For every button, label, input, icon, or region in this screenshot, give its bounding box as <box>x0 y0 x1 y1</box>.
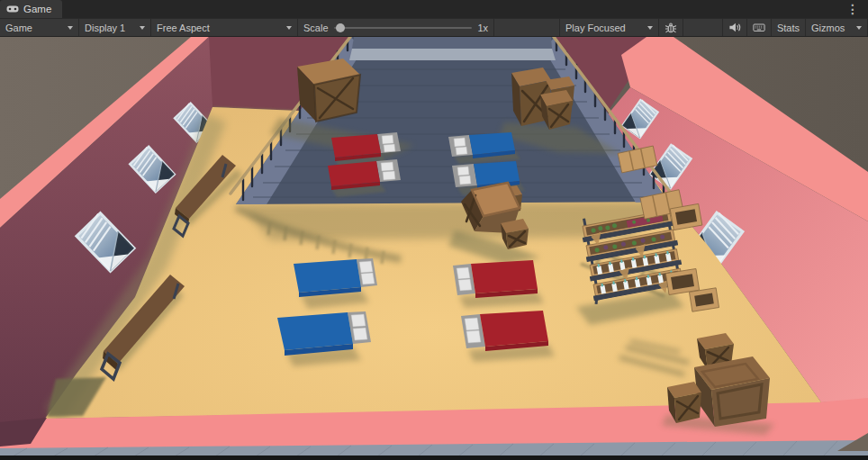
display-label: Display 1 <box>85 23 125 33</box>
chevron-down-icon <box>286 26 292 30</box>
stats-button[interactable]: Stats <box>772 19 806 36</box>
scale-label: Scale <box>303 23 329 33</box>
bug-icon <box>665 22 677 34</box>
display-dropdown[interactable]: Display 1 <box>79 19 151 36</box>
chevron-down-icon <box>68 26 73 30</box>
play-behavior-label: Play Focused <box>565 23 626 33</box>
aspect-label: Free Aspect <box>157 23 210 33</box>
open-box <box>670 203 702 230</box>
scale-value: 1x <box>477 23 488 33</box>
bed-red <box>453 260 544 308</box>
gamepad-icon <box>6 5 19 14</box>
play-behavior-dropdown[interactable]: Play Focused <box>560 19 659 36</box>
keyboard-icon <box>753 22 765 33</box>
chevron-down-icon <box>647 26 653 30</box>
toolbar-blank-segment <box>683 19 723 36</box>
keyboard-shortcuts-button[interactable] <box>747 19 772 36</box>
speaker-icon <box>728 22 741 33</box>
bed-blue <box>448 132 520 164</box>
bed-red <box>461 311 555 362</box>
scene-render <box>0 37 868 460</box>
scale-control: Scale 1x <box>298 19 494 36</box>
aspect-ratio-dropdown[interactable]: Free Aspect <box>151 19 298 36</box>
toolbar-spacer <box>494 19 560 36</box>
gizmos-dropdown[interactable]: Gizmos <box>806 19 868 36</box>
tab-bar: Game ⋮ <box>0 0 868 18</box>
game-view-label: Game <box>5 23 32 33</box>
chevron-down-icon <box>140 26 145 30</box>
scale-slider-thumb[interactable] <box>336 23 345 32</box>
gizmos-label: Gizmos <box>811 23 845 33</box>
game-viewport[interactable] <box>0 37 868 460</box>
game-toolbar: Game Display 1 Free Aspect Scale 1x Play… <box>0 18 868 37</box>
open-box <box>689 288 719 311</box>
debug-button[interactable] <box>659 19 683 36</box>
bed-blue <box>294 258 377 309</box>
mute-audio-button[interactable] <box>723 19 747 36</box>
open-box <box>665 268 699 294</box>
bottom-edge <box>0 455 868 460</box>
bed-blue <box>277 311 371 366</box>
kebab-menu-icon[interactable]: ⋮ <box>843 1 863 17</box>
chevron-down-icon <box>856 26 862 30</box>
game-view-dropdown[interactable]: Game <box>0 19 79 36</box>
tab-game-label: Game <box>23 4 51 14</box>
scale-slider[interactable] <box>334 27 473 29</box>
unity-game-window: Game ⋮ Game Display 1 Free Aspect Scale … <box>0 0 868 460</box>
stats-label: Stats <box>777 23 800 33</box>
tab-game[interactable]: Game <box>0 0 62 18</box>
